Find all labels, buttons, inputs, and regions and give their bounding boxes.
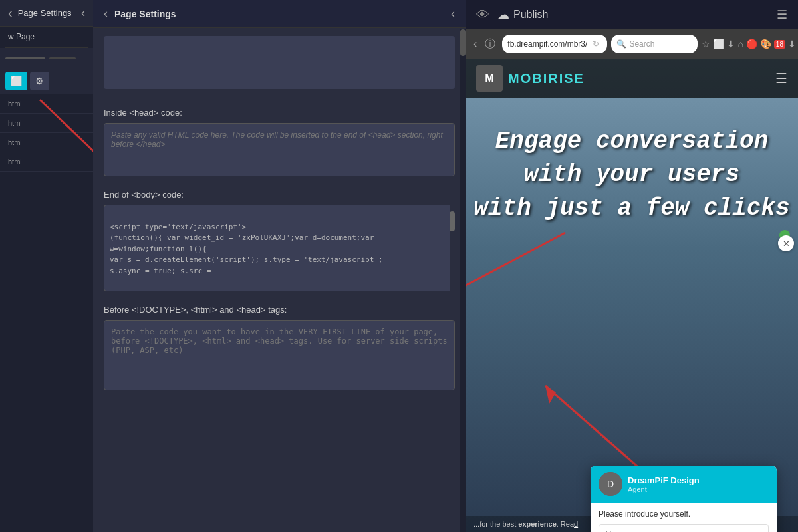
hamburger-menu-icon[interactable]: ☰: [777, 7, 787, 22]
settings-icon-button[interactable]: ⚙: [30, 72, 49, 90]
overlay-headline-line1: Engage conversation with your users: [466, 125, 798, 192]
overlay-headline-line2: with just a few clicks: [466, 192, 798, 225]
arrow-icon[interactable]: ⬇: [788, 39, 796, 49]
download-icon[interactable]: ⬇: [727, 39, 735, 49]
sidebar-list: html html html html: [0, 94, 93, 532]
page-settings-back-button[interactable]: ‹: [104, 7, 108, 21]
addon-icon[interactable]: 🎨: [760, 39, 771, 49]
preview-eye-icon[interactable]: 👁: [476, 7, 489, 23]
sidebar-icons-row: ⬜ ⚙: [0, 68, 93, 94]
refresh-button[interactable]: ↻: [590, 38, 602, 50]
mobirise-title: MOBIRISE: [508, 71, 585, 86]
star-icon[interactable]: ☆: [702, 39, 710, 49]
body-code-content[interactable]: <script type='text/javascript'> (functio…: [104, 205, 455, 291]
chat-header: D DreamPiF Design Agent: [591, 466, 777, 503]
publish-bar: 👁 ☁ Publish ☰: [466, 0, 798, 29]
overlay-text: Engage conversation with your users with…: [466, 125, 798, 225]
list-item[interactable]: html: [0, 94, 93, 114]
browser-controls: ‹ ⓘ: [471, 36, 498, 53]
list-icon[interactable]: ⬜: [713, 39, 724, 49]
back-button[interactable]: ‹: [471, 37, 479, 51]
mobirise-logo: M: [476, 65, 503, 92]
chat-agent-avatar: D: [598, 472, 622, 496]
chat-agent-role: Agent: [628, 485, 700, 493]
shield-icon[interactable]: 🔴: [746, 39, 757, 49]
browser-content: M MOBIRISE ☰ Engage conversation with yo…: [466, 59, 798, 532]
chat-intro-text: Please introduce yourself.: [598, 509, 769, 519]
chat-name-input[interactable]: [598, 524, 769, 532]
browser-url-text: fb.dreampif.com/mbr3/: [507, 39, 587, 49]
chat-intro-section: Please introduce yourself.: [591, 503, 777, 532]
before-doctype-label: Before <!DOCTYPE>, <html> and <head> tag…: [104, 305, 455, 315]
sidebar-close-button[interactable]: ‹: [81, 6, 85, 20]
svg-text:D: D: [607, 479, 614, 489]
before-doctype-textarea[interactable]: [104, 320, 455, 390]
list-item[interactable]: html: [0, 114, 93, 133]
badge-icon: 18: [774, 40, 785, 49]
list-item[interactable]: html: [0, 133, 93, 152]
chat-agent-name: DreamPiF Design: [628, 475, 700, 485]
home-icon[interactable]: ⌂: [737, 39, 743, 49]
body-code-label: End of <body> code:: [104, 190, 455, 200]
sidebar: ‹ Page Settings ‹ w Page ⬜ ⚙ html html h…: [0, 0, 93, 532]
sidebar-title: Page Settings: [18, 8, 72, 18]
mobirise-nav-icon[interactable]: ☰: [775, 70, 787, 86]
publish-label: Publish: [513, 9, 548, 21]
body-code-scrollbar-thumb: [450, 211, 455, 231]
head-section-preview: [104, 36, 455, 89]
scrollbar-thumb: [460, 29, 466, 56]
head-code-placeholder-text: Paste any valid HTML code here. The code…: [111, 130, 443, 149]
chat-dismiss-button[interactable]: ✕: [778, 235, 794, 251]
list-item[interactable]: html: [0, 152, 93, 172]
mobirise-header: M MOBIRISE ☰: [466, 59, 798, 98]
page-settings-content: Inside <head> code: Paste any valid HTML…: [93, 97, 466, 404]
browser-address-bar[interactable]: fb.dreampif.com/mbr3/ ↻: [502, 35, 607, 53]
browser-area: ‹ ⓘ fb.dreampif.com/mbr3/ ↻ 🔍 Search ☆ ⬜…: [466, 0, 798, 532]
sidebar-back-button[interactable]: ‹: [8, 5, 13, 21]
page-settings-header: ‹ Page Settings ‹: [93, 0, 466, 28]
page-settings-panel: ‹ Page Settings ‹ Inside <head> code: Pa…: [93, 0, 466, 532]
page-settings-close-button[interactable]: ‹: [451, 7, 455, 21]
sidebar-header: ‹ Page Settings ‹: [0, 0, 93, 27]
body-code-scrollbar[interactable]: [450, 205, 455, 291]
browser-search-bar[interactable]: 🔍 Search: [611, 35, 698, 53]
search-icon: 🔍: [616, 39, 626, 49]
publish-button[interactable]: ☁ Publish: [497, 7, 548, 22]
chat-widget: D DreamPiF Design Agent Please introduce…: [591, 466, 777, 532]
page-settings-title: Page Settings: [114, 9, 176, 19]
browser-right-icons: ☆ ⬜ ⬇ ⌂ 🔴 🎨 18 ⬇ » ≡: [702, 39, 798, 49]
chat-agent-info: DreamPiF Design Agent: [628, 475, 700, 493]
head-code-placeholder[interactable]: Paste any valid HTML code here. The code…: [104, 123, 455, 176]
browser-topbar: ‹ ⓘ fb.dreampif.com/mbr3/ ↻ 🔍 Search ☆ ⬜…: [466, 29, 798, 59]
head-code-label: Inside <head> code:: [104, 108, 455, 118]
info-button[interactable]: ⓘ: [482, 36, 498, 53]
search-text: Search: [629, 39, 654, 49]
new-page-label: w Page: [0, 27, 93, 47]
page-icon-button[interactable]: ⬜: [5, 72, 27, 90]
page-settings-scrollbar[interactable]: [460, 29, 466, 532]
publish-upload-icon: ☁: [497, 7, 509, 22]
body-code-area: <script type='text/javascript'> (functio…: [104, 205, 455, 291]
